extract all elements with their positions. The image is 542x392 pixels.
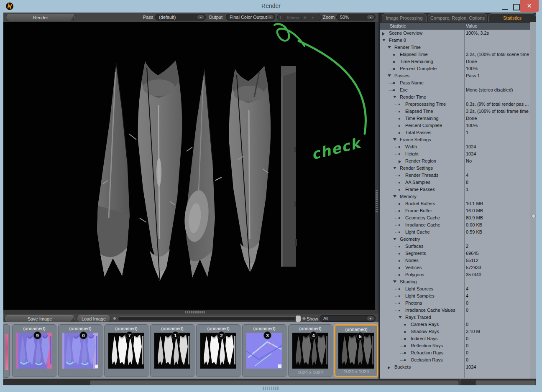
stat-row[interactable]: Width1024 — [380, 143, 530, 150]
stat-row[interactable]: Pass Name — [380, 79, 530, 87]
stat-row[interactable]: Irradiance Cache0.00 KB — [380, 221, 530, 229]
stat-row[interactable]: Light Samples4 — [380, 293, 530, 300]
stat-row[interactable]: Occlusion Rays0 — [380, 356, 530, 364]
stat-row[interactable]: Nodes55112 — [380, 257, 530, 264]
expand-icon[interactable] — [388, 366, 390, 369]
output-dropdown[interactable]: Final Color Output ▼ — [226, 14, 275, 20]
render-button[interactable]: Render — [6, 14, 75, 21]
thumbnail-selected[interactable]: (unnamed)51024 x 1024 — [334, 324, 378, 377]
stat-row[interactable]: Camera Rays0 — [380, 321, 530, 328]
stat-row[interactable]: Surfaces2 — [380, 243, 530, 250]
stats-hscrollbar[interactable]: ⌒ — [461, 379, 536, 385]
tab-image-processing[interactable]: Image Processing — [382, 13, 427, 22]
stat-row[interactable]: PassesPass 1 — [380, 72, 530, 79]
thumbnail[interactable]: (unnamed)2 — [196, 324, 240, 377]
stat-row[interactable]: Light Sources4 — [380, 285, 530, 293]
left-eye-button[interactable]: L — [278, 15, 285, 20]
stat-row[interactable]: Bucket Buffers10.1 MB — [380, 200, 530, 207]
scroll-dot[interactable] — [532, 214, 536, 218]
stat-row[interactable]: Rays Traced — [380, 314, 530, 321]
stat-row[interactable]: Frame Settings — [380, 136, 530, 143]
stat-row[interactable]: Elapsed Time3.2s, (100% of total scene t… — [380, 51, 530, 58]
thumbnail[interactable]: (unnamed)3 — [242, 324, 286, 377]
collapse-icon[interactable] — [388, 46, 391, 48]
stat-row[interactable]: Elapsed Time3.2s, (100% of total frame t… — [380, 108, 530, 115]
stat-row[interactable]: Segments69645 — [380, 250, 530, 257]
expand-icon[interactable] — [382, 32, 385, 36]
column-value[interactable]: Value — [466, 23, 477, 28]
splitter-grip-icon[interactable] — [376, 190, 378, 212]
chevron-down-icon[interactable]: ▼ — [367, 15, 374, 19]
thumbnail-partial[interactable] — [3, 324, 10, 378]
history-slider-thumb[interactable] — [295, 315, 301, 322]
stat-row[interactable]: Time RemainingDone — [380, 58, 530, 65]
splitter-grip-icon[interactable] — [185, 311, 205, 313]
thumbnail[interactable]: (unnamed)1 — [150, 324, 194, 377]
chevron-down-icon[interactable]: ▼ — [367, 316, 374, 321]
collapse-icon[interactable] — [393, 96, 396, 98]
minimize-button[interactable] — [502, 9, 508, 10]
stereo-button[interactable]: Stereo — [285, 15, 302, 20]
stat-row[interactable]: Memory — [380, 193, 530, 200]
stats-scrollbar[interactable] — [530, 22, 536, 379]
horizontal-splitter[interactable] — [3, 310, 378, 314]
viewport-panel-splitter[interactable] — [375, 22, 378, 310]
stat-row[interactable]: Reflection Rays0 — [380, 342, 530, 349]
window-resize-grip[interactable] — [263, 387, 279, 390]
stat-row[interactable]: Percent Complete100% — [380, 122, 530, 129]
scrollbar-thumb[interactable]: ⌒ — [476, 380, 536, 385]
thumbnail[interactable]: (unnamed)7 — [104, 324, 148, 377]
collapse-icon[interactable] — [382, 39, 386, 41]
thumbnail[interactable]: (unnamed)0 — [58, 324, 102, 377]
pass-dropdown[interactable]: (default) ▼ — [155, 14, 206, 20]
stat-row[interactable]: Geometry — [380, 236, 530, 243]
thumbnail-scrollbar[interactable]: ⌒ — [3, 379, 459, 385]
stat-row[interactable]: Percent Complete100% — [380, 65, 530, 72]
render-viewport[interactable]: check — [3, 22, 375, 310]
stat-row[interactable]: Render RegionNo — [380, 158, 530, 165]
maximize-button[interactable] — [513, 4, 520, 10]
thumbnail[interactable]: (unnamed)9 — [12, 324, 56, 377]
collapse-icon[interactable] — [393, 167, 396, 169]
stat-row[interactable]: Height1024 — [380, 150, 530, 158]
save-image-button[interactable]: Save Image — [4, 315, 75, 323]
stat-row[interactable]: Scene Overview100%, 3.2s — [380, 30, 530, 37]
load-image-button[interactable]: Load Image — [77, 315, 111, 323]
stat-row[interactable]: Polygons357440 — [380, 271, 530, 278]
stat-row[interactable]: Photons0 — [380, 300, 530, 307]
collapse-icon[interactable] — [393, 195, 396, 198]
tab-statistics[interactable]: Statistics — [488, 13, 536, 22]
collapse-icon[interactable] — [388, 74, 391, 77]
history-slider-track[interactable] — [118, 316, 299, 321]
stat-row[interactable]: Render Settings — [380, 165, 530, 172]
stat-row[interactable]: Refraction Rays0 — [380, 349, 530, 356]
stat-row[interactable]: Preprocessing Time0.3s, (9% of total ren… — [380, 101, 530, 108]
tab-compare-region-options[interactable]: Compare, Region, Options — [428, 13, 487, 22]
chevron-down-icon[interactable]: ▼ — [267, 15, 274, 19]
right-eye-button[interactable]: R — [302, 15, 309, 20]
stat-row[interactable]: Geometry Cache80.9 MB — [380, 214, 530, 221]
close-button[interactable]: ✕ — [520, 0, 539, 12]
thumbnail[interactable]: (unnamed)41024 x 1024 — [288, 324, 332, 377]
scrollbar-thumb[interactable]: ⌒ — [90, 380, 459, 385]
show-dropdown[interactable]: All ▼ — [320, 315, 376, 322]
stat-row[interactable]: Vertices572933 — [380, 264, 530, 271]
chevron-down-icon[interactable]: ▼ — [197, 15, 204, 19]
stat-row[interactable]: Shading — [380, 278, 530, 285]
stat-row[interactable]: Buckets1024 — [380, 364, 530, 371]
chevron-down-icon[interactable]: ▼ — [309, 16, 316, 19]
title-bar[interactable]: Render ✕ — [0, 0, 542, 13]
stat-row[interactable]: Light Cache0.59 KB — [380, 229, 530, 236]
expand-icon[interactable] — [399, 160, 401, 163]
collapse-icon[interactable] — [393, 138, 396, 141]
collapse-icon[interactable] — [399, 316, 402, 318]
stat-row[interactable]: EyeMono (stereo disabled) — [380, 87, 530, 94]
stat-row[interactable]: Shadow Rays3.10 M — [380, 328, 530, 335]
stat-row[interactable]: Render Time — [380, 44, 530, 51]
stat-row[interactable]: Total Passes1 — [380, 129, 530, 136]
stat-row[interactable]: Time RemainingDone — [380, 115, 530, 122]
stat-row[interactable]: Frame Buffer16.0 MB — [380, 207, 530, 214]
column-statistic[interactable]: Statistic — [390, 23, 406, 28]
stat-row[interactable]: Render Threads4 — [380, 172, 530, 179]
zoom-dropdown[interactable]: 50% ▼ — [336, 14, 376, 20]
